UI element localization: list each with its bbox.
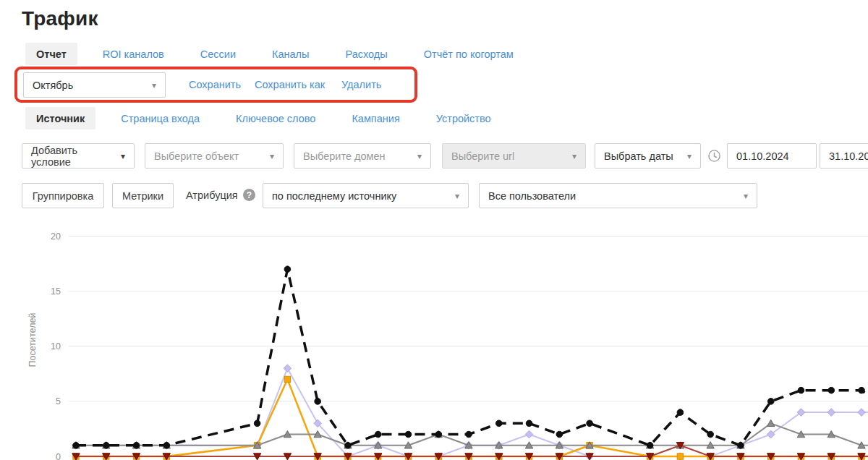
caret-down-icon: ▾ [121, 151, 125, 161]
traffic-line-chart: 05101520Посетителей [0, 217, 868, 460]
save-link[interactable]: Сохранить [189, 79, 241, 90]
domain-select-placeholder: Выберите домен [303, 150, 386, 162]
delete-link[interactable]: Удалить [341, 79, 381, 90]
caret-down-icon: ▾ [455, 191, 459, 201]
audience-select-value: Все пользователи [488, 190, 576, 202]
primary-tab-bar: Отчет ROI каналов Сессии Каналы Расходы … [25, 43, 524, 65]
url-select: Выберите url ▾ [442, 143, 586, 169]
metrics-label: Метрики [122, 190, 163, 202]
tab-channels[interactable]: Каналы [261, 43, 320, 65]
svg-text:15: 15 [51, 286, 61, 297]
save-as-link[interactable]: Сохранить как [255, 79, 325, 90]
caret-down-icon: ▾ [687, 151, 692, 161]
svg-text:10: 10 [51, 341, 61, 352]
attribution-select-value: по последнему источнику [272, 190, 396, 202]
metrics-button[interactable]: Метрики [112, 183, 174, 208]
grouping-label: Группировка [33, 190, 94, 202]
dates-preset-select[interactable]: Выбрать даты ▾ [595, 143, 701, 169]
svg-text:5: 5 [56, 396, 61, 406]
tab-cohort-report[interactable]: Отчёт по когортам [413, 43, 524, 65]
caret-down-icon: ▾ [572, 151, 576, 161]
object-select-placeholder: Выберите объект [154, 150, 239, 162]
audience-select[interactable]: Все пользователи ▾ [479, 183, 757, 208]
attribution-select[interactable]: по последнему источнику ▾ [263, 183, 469, 208]
date-from-input[interactable] [736, 150, 807, 162]
domain-select[interactable]: Выберите домен ▾ [294, 143, 431, 169]
traffic-report-page: Трафик Отчет ROI каналов Сессии Каналы Р… [0, 0, 868, 460]
caret-down-icon: ▾ [417, 151, 422, 161]
saved-report-select[interactable]: Октябрь ▾ [23, 72, 166, 98]
help-question-icon[interactable]: ? [243, 189, 255, 201]
svg-text:0: 0 [56, 452, 61, 460]
page-title: Трафик [22, 7, 98, 30]
clock-icon[interactable] [708, 150, 720, 162]
tab-keyword[interactable]: Ключевое слово [225, 107, 326, 129]
object-select[interactable]: Выберите объект ▾ [145, 143, 284, 169]
tab-roi-channels[interactable]: ROI каналов [92, 43, 175, 65]
saved-report-select-value: Октябрь [33, 80, 73, 91]
question-mark-glyph: ? [247, 190, 252, 200]
date-to-input[interactable] [829, 150, 868, 162]
tab-device[interactable]: Устройство [425, 107, 502, 129]
svg-text:20: 20 [51, 231, 61, 242]
tab-campaign[interactable]: Кампания [341, 107, 410, 129]
dates-preset-value: Выбрать даты [604, 150, 673, 162]
grouping-button[interactable]: Группировка [22, 183, 104, 208]
chart-canvas: 05101520Посетителей [0, 217, 868, 460]
url-select-placeholder: Выберите url [451, 150, 514, 162]
caret-down-icon: ▾ [270, 151, 274, 161]
add-condition-button[interactable]: Добавить условие ▾ [22, 143, 135, 169]
date-from-field[interactable] [727, 143, 817, 169]
caret-down-icon: ▾ [744, 191, 748, 201]
tab-report[interactable]: Отчет [25, 43, 77, 65]
tab-landing-page[interactable]: Страница входа [110, 107, 210, 129]
tab-sessions[interactable]: Сессии [190, 43, 247, 65]
date-to-field[interactable] [820, 143, 868, 169]
tab-expenses[interactable]: Расходы [335, 43, 399, 65]
svg-text:Посетителей: Посетителей [27, 313, 38, 367]
tab-source[interactable]: Источник [25, 107, 95, 129]
caret-down-icon: ▾ [152, 80, 156, 90]
add-condition-label: Добавить условие [31, 145, 116, 168]
attribution-label: Атрибуция [186, 189, 238, 201]
secondary-tab-bar: Источник Страница входа Ключевое слово К… [25, 107, 502, 129]
